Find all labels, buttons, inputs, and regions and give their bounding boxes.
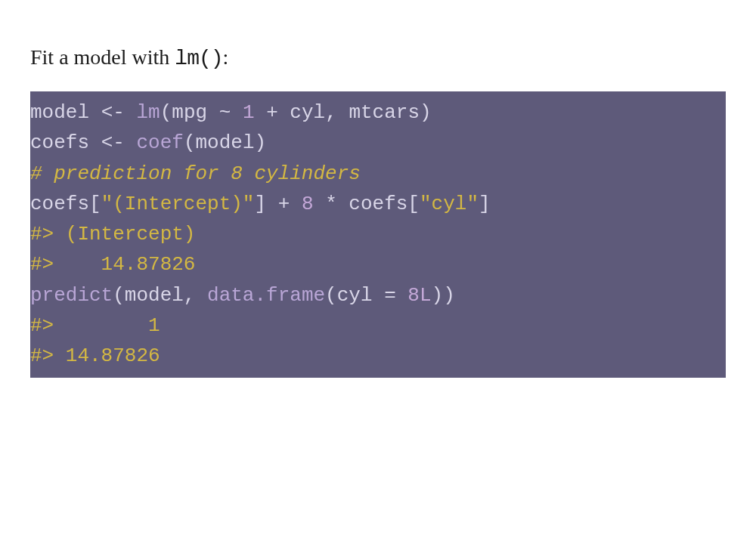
tok <box>195 284 207 307</box>
code-line-9: predict(model, data.frame(cyl = 8L)) <box>30 280 726 310</box>
tok: [ <box>89 193 101 215</box>
code-line-6: #> (Intercept) <box>30 219 726 249</box>
tok: "cyl" <box>420 193 479 215</box>
intro-prefix: Fit a model with <box>30 45 175 69</box>
tok: cyl <box>278 101 325 124</box>
tok: * <box>325 193 337 215</box>
tok: "(Intercept)" <box>101 193 255 215</box>
tok: ( <box>325 284 337 307</box>
tok: ) <box>443 284 455 307</box>
code-line-1: model <- lm(mpg ~ 1 + cyl, mtcars) <box>30 97 726 128</box>
tok <box>125 101 137 124</box>
tok: <- <box>101 101 125 124</box>
tok: lm <box>136 101 160 124</box>
tok: 8 <box>407 284 420 307</box>
tok: coefs <box>30 193 89 215</box>
tok <box>125 131 137 154</box>
code-line-10: #> 1 <box>30 310 726 341</box>
tok <box>231 101 243 124</box>
tok: 1 <box>243 101 255 124</box>
tok: ~ <box>219 101 231 124</box>
tok: #> (Intercept) <box>30 223 207 246</box>
tok: mtcars <box>337 101 420 124</box>
tok: + <box>278 193 290 215</box>
tok: coefs <box>30 131 101 154</box>
intro-suffix: : <box>223 45 229 69</box>
tok: ) <box>432 284 444 307</box>
tok: , <box>325 101 337 124</box>
tok <box>266 193 278 215</box>
tok: ] <box>254 193 266 215</box>
tok: #> 14.87826 <box>30 344 160 367</box>
tok: ( <box>184 131 196 154</box>
tok <box>396 284 408 307</box>
code-line-7: #> 14.87826 <box>30 249 726 280</box>
tok <box>255 101 267 124</box>
tok <box>314 193 326 215</box>
tok: L <box>420 284 432 307</box>
tok: = <box>384 284 396 307</box>
code-line-2: coefs <- coef(model) <box>30 128 726 158</box>
tok: model <box>195 131 254 154</box>
tok: ( <box>160 101 172 124</box>
intro-code: lm() <box>175 47 222 70</box>
tok: predict <box>30 284 113 307</box>
tok: [ <box>407 193 420 215</box>
tok: mpg <box>172 101 218 124</box>
tok: <- <box>101 131 125 154</box>
tok: , <box>184 284 196 307</box>
tok: cyl <box>337 284 384 307</box>
tok: + <box>266 101 278 124</box>
tok: 8 <box>302 193 314 215</box>
tok: ) <box>255 131 267 154</box>
tok: ( <box>113 284 125 307</box>
tok: #> 14.87826 <box>30 253 195 276</box>
tok: coef <box>136 131 183 154</box>
tok: ) <box>420 101 432 124</box>
code-line-5: coefs["(Intercept)"] + 8 * coefs["cyl"] <box>30 189 726 219</box>
tok: data.frame <box>207 284 325 307</box>
tok: model <box>125 284 184 307</box>
tok <box>290 193 302 215</box>
code-line-11: #> 14.87826 <box>30 341 726 371</box>
tok: #> 1 <box>30 314 172 337</box>
tok: # prediction for 8 cylinders <box>30 162 361 185</box>
code-line-4: # prediction for 8 cylinders <box>30 159 726 189</box>
tok: model <box>30 101 101 124</box>
tok: ] <box>479 193 491 215</box>
intro-text: Fit a model with lm(): <box>30 45 726 70</box>
tok: coefs <box>337 193 408 215</box>
code-block: model <- lm(mpg ~ 1 + cyl, mtcars) coefs… <box>30 91 726 378</box>
